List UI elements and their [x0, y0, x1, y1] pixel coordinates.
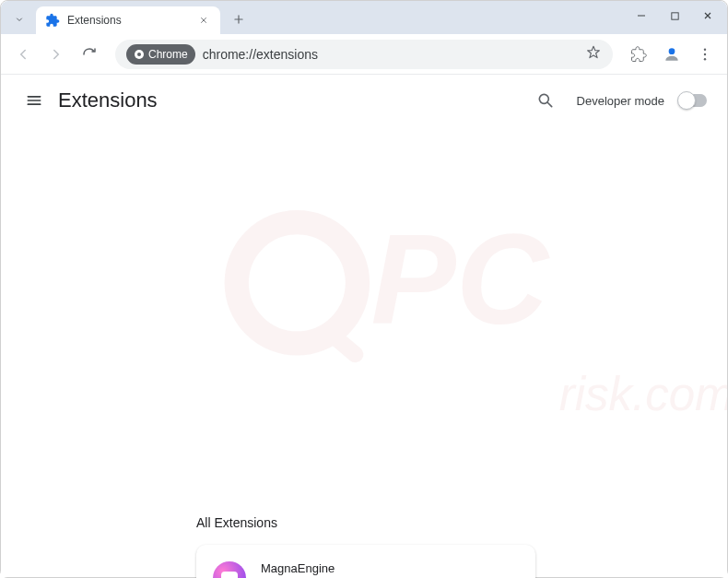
page-header: Extensions Developer mode: [1, 75, 727, 126]
svg-rect-9: [321, 324, 367, 366]
extension-puzzle-icon: [45, 13, 60, 28]
svg-point-2: [137, 53, 141, 56]
window-controls: [628, 5, 722, 27]
titlebar: Extensions: [1, 1, 727, 34]
svg-point-8: [237, 222, 358, 343]
arrow-left-icon: [15, 46, 31, 63]
maximize-icon: [670, 11, 680, 21]
content-area: PC risk.com All Extensions MagnaEngine B…: [1, 126, 727, 578]
svg-text:PC: PC: [371, 208, 550, 350]
minimize-button[interactable]: [628, 5, 655, 27]
svg-point-4: [704, 48, 706, 50]
extension-icon: [213, 561, 246, 578]
chevron-down-icon: [14, 14, 25, 25]
forward-button[interactable]: [41, 40, 71, 69]
plus-icon: [232, 13, 245, 26]
address-bar[interactable]: Chrome: [115, 40, 613, 69]
reload-icon: [81, 46, 98, 63]
section-title: All Extensions: [196, 515, 727, 530]
header-right: Developer mode: [529, 84, 712, 117]
avatar-icon: [663, 45, 681, 64]
developer-mode-toggle[interactable]: [679, 94, 707, 107]
browser-window: Extensions Chrome: [0, 0, 728, 578]
svg-rect-0: [671, 12, 677, 18]
kebab-menu-button[interactable]: [690, 40, 720, 69]
dots-vertical-icon: [697, 46, 713, 63]
back-button[interactable]: [8, 40, 38, 69]
close-icon: [702, 10, 713, 21]
close-window-button[interactable]: [694, 5, 722, 27]
tab-title: Extensions: [67, 14, 196, 27]
chrome-chip-label: Chrome: [148, 48, 188, 61]
tab-dropdown-button[interactable]: [6, 6, 32, 32]
chat-bubble-icon: [221, 572, 238, 578]
extension-name: MagnaEngine: [261, 561, 519, 575]
svg-point-5: [704, 53, 706, 54]
star-icon: [585, 44, 602, 61]
browser-tab[interactable]: Extensions: [36, 6, 220, 34]
puzzle-icon: [630, 46, 647, 63]
search-button[interactable]: [529, 84, 562, 117]
svg-point-7: [539, 94, 548, 103]
maximize-button[interactable]: [661, 5, 688, 27]
close-icon: [199, 16, 208, 25]
page-title: Extensions: [58, 88, 158, 112]
new-tab-button[interactable]: [226, 6, 252, 32]
url-input[interactable]: [203, 47, 578, 62]
extensions-button[interactable]: [624, 40, 653, 69]
bookmark-button[interactable]: [585, 44, 602, 65]
tab-close-button[interactable]: [196, 13, 211, 28]
extension-card: MagnaEngine Better results and browsing …: [196, 545, 535, 578]
chrome-chip: Chrome: [126, 44, 195, 65]
svg-text:risk.com: risk.com: [559, 368, 727, 420]
svg-point-3: [669, 48, 675, 54]
search-icon: [536, 91, 555, 110]
developer-mode-label: Developer mode: [577, 94, 664, 108]
chrome-logo-icon: [134, 49, 145, 60]
toolbar: Chrome: [1, 34, 727, 75]
profile-button[interactable]: [657, 40, 687, 69]
hamburger-icon: [25, 91, 43, 110]
page-body: Extensions Developer mode PC risk.com Al…: [1, 75, 727, 577]
hamburger-menu-button[interactable]: [16, 82, 53, 119]
watermark: PC risk.com: [196, 148, 727, 512]
arrow-right-icon: [48, 46, 65, 63]
reload-button[interactable]: [75, 40, 104, 69]
svg-point-6: [704, 58, 706, 60]
minimize-icon: [636, 10, 647, 21]
